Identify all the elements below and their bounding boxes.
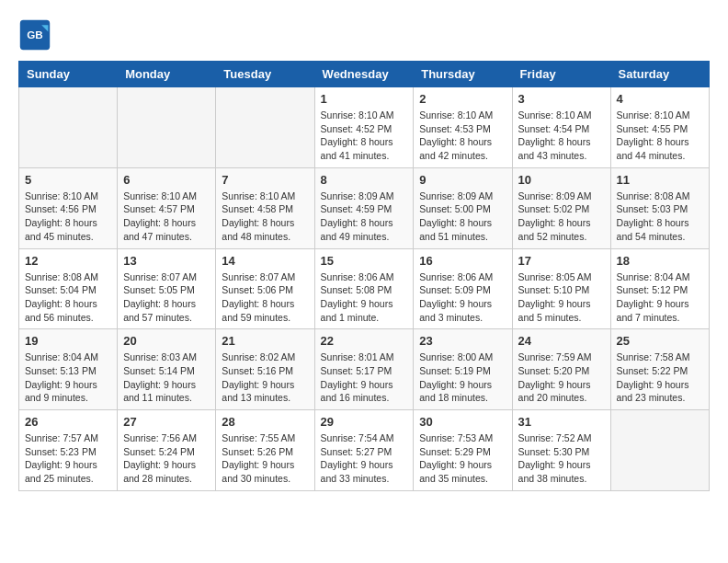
calendar-header-tuesday: Tuesday [216, 62, 314, 87]
day-number: 17 [518, 254, 605, 268]
day-number: 9 [419, 173, 506, 187]
day-number: 15 [321, 254, 408, 268]
day-info: Sunrise: 8:09 AM Sunset: 5:00 PM Dayligh… [419, 190, 506, 244]
calendar-week-2: 5Sunrise: 8:10 AM Sunset: 4:56 PM Daylig… [19, 167, 710, 248]
day-info: Sunrise: 8:09 AM Sunset: 5:02 PM Dayligh… [518, 190, 605, 244]
day-number: 18 [617, 254, 703, 268]
day-info: Sunrise: 8:10 AM Sunset: 4:56 PM Dayligh… [25, 190, 111, 244]
calendar-week-3: 12Sunrise: 8:08 AM Sunset: 5:04 PM Dayli… [19, 248, 710, 329]
day-number: 4 [617, 92, 703, 106]
calendar-cell: 28Sunrise: 7:55 AM Sunset: 5:26 PM Dayli… [216, 410, 314, 491]
day-info: Sunrise: 8:08 AM Sunset: 5:03 PM Dayligh… [617, 190, 703, 244]
calendar-cell: 19Sunrise: 8:04 AM Sunset: 5:13 PM Dayli… [19, 329, 118, 410]
calendar-cell: 24Sunrise: 7:59 AM Sunset: 5:20 PM Dayli… [512, 329, 610, 410]
day-info: Sunrise: 8:10 AM Sunset: 4:57 PM Dayligh… [123, 190, 210, 244]
day-number: 5 [25, 173, 111, 187]
day-number: 19 [25, 334, 111, 348]
day-number: 23 [419, 334, 506, 348]
calendar-cell: 13Sunrise: 8:07 AM Sunset: 5:05 PM Dayli… [118, 248, 216, 329]
day-info: Sunrise: 8:05 AM Sunset: 5:10 PM Dayligh… [518, 270, 605, 325]
day-info: Sunrise: 8:10 AM Sunset: 4:52 PM Dayligh… [321, 109, 408, 163]
calendar-week-5: 26Sunrise: 7:57 AM Sunset: 5:23 PM Dayli… [19, 410, 710, 491]
calendar-cell: 30Sunrise: 7:53 AM Sunset: 5:29 PM Dayli… [414, 410, 512, 491]
calendar-header-row: SundayMondayTuesdayWednesdayThursdayFrid… [19, 62, 710, 87]
day-number: 13 [123, 254, 210, 268]
calendar-cell [216, 87, 314, 168]
calendar-cell: 17Sunrise: 8:05 AM Sunset: 5:10 PM Dayli… [512, 248, 610, 329]
calendar-cell [118, 87, 216, 168]
day-info: Sunrise: 7:54 AM Sunset: 5:27 PM Dayligh… [321, 431, 408, 486]
day-number: 7 [222, 173, 308, 187]
calendar-cell: 6Sunrise: 8:10 AM Sunset: 4:57 PM Daylig… [118, 167, 216, 248]
day-number: 14 [222, 254, 308, 268]
day-number: 8 [321, 173, 408, 187]
calendar-cell: 29Sunrise: 7:54 AM Sunset: 5:27 PM Dayli… [314, 410, 414, 491]
calendar-cell [610, 410, 709, 491]
calendar-cell: 26Sunrise: 7:57 AM Sunset: 5:23 PM Dayli… [19, 410, 118, 491]
calendar-header-wednesday: Wednesday [314, 62, 414, 87]
day-info: Sunrise: 7:55 AM Sunset: 5:26 PM Dayligh… [222, 431, 308, 486]
day-number: 16 [419, 254, 506, 268]
calendar-cell: 16Sunrise: 8:06 AM Sunset: 5:09 PM Dayli… [414, 248, 512, 329]
day-info: Sunrise: 7:58 AM Sunset: 5:22 PM Dayligh… [617, 350, 703, 405]
day-number: 3 [518, 92, 605, 106]
calendar-week-1: 1Sunrise: 8:10 AM Sunset: 4:52 PM Daylig… [19, 87, 710, 168]
day-info: Sunrise: 8:04 AM Sunset: 5:12 PM Dayligh… [617, 270, 703, 325]
calendar-cell [19, 87, 118, 168]
calendar-cell: 21Sunrise: 8:02 AM Sunset: 5:16 PM Dayli… [216, 329, 314, 410]
day-number: 11 [617, 173, 703, 187]
page-header: GB [18, 18, 710, 52]
day-info: Sunrise: 8:06 AM Sunset: 5:09 PM Dayligh… [419, 270, 506, 325]
calendar: SundayMondayTuesdayWednesdayThursdayFrid… [18, 61, 710, 491]
day-number: 24 [518, 334, 605, 348]
svg-text:GB: GB [27, 29, 43, 40]
day-info: Sunrise: 7:52 AM Sunset: 5:30 PM Dayligh… [518, 431, 605, 486]
calendar-header-friday: Friday [512, 62, 610, 87]
day-info: Sunrise: 8:00 AM Sunset: 5:19 PM Dayligh… [419, 350, 506, 405]
day-info: Sunrise: 8:07 AM Sunset: 5:05 PM Dayligh… [123, 270, 210, 325]
day-info: Sunrise: 7:56 AM Sunset: 5:24 PM Dayligh… [123, 431, 210, 486]
calendar-cell: 23Sunrise: 8:00 AM Sunset: 5:19 PM Dayli… [414, 329, 512, 410]
day-number: 2 [419, 92, 506, 106]
day-info: Sunrise: 8:03 AM Sunset: 5:14 PM Dayligh… [123, 350, 210, 405]
day-info: Sunrise: 7:57 AM Sunset: 5:23 PM Dayligh… [25, 431, 111, 486]
day-number: 25 [617, 334, 703, 348]
day-info: Sunrise: 8:10 AM Sunset: 4:58 PM Dayligh… [222, 190, 308, 244]
calendar-cell: 8Sunrise: 8:09 AM Sunset: 4:59 PM Daylig… [314, 167, 414, 248]
day-number: 29 [321, 415, 408, 429]
calendar-header-saturday: Saturday [610, 62, 709, 87]
day-info: Sunrise: 8:07 AM Sunset: 5:06 PM Dayligh… [222, 270, 308, 325]
day-info: Sunrise: 8:10 AM Sunset: 4:54 PM Dayligh… [518, 109, 605, 163]
day-number: 12 [25, 254, 111, 268]
calendar-cell: 20Sunrise: 8:03 AM Sunset: 5:14 PM Dayli… [118, 329, 216, 410]
calendar-cell: 11Sunrise: 8:08 AM Sunset: 5:03 PM Dayli… [610, 167, 709, 248]
calendar-cell: 10Sunrise: 8:09 AM Sunset: 5:02 PM Dayli… [512, 167, 610, 248]
day-number: 20 [123, 334, 210, 348]
day-number: 1 [321, 92, 408, 106]
calendar-cell: 25Sunrise: 7:58 AM Sunset: 5:22 PM Dayli… [610, 329, 709, 410]
day-number: 21 [222, 334, 308, 348]
calendar-cell: 31Sunrise: 7:52 AM Sunset: 5:30 PM Dayli… [512, 410, 610, 491]
calendar-cell: 5Sunrise: 8:10 AM Sunset: 4:56 PM Daylig… [19, 167, 118, 248]
day-info: Sunrise: 8:02 AM Sunset: 5:16 PM Dayligh… [222, 350, 308, 405]
calendar-header-monday: Monday [118, 62, 216, 87]
calendar-cell: 12Sunrise: 8:08 AM Sunset: 5:04 PM Dayli… [19, 248, 118, 329]
logo: GB [18, 18, 55, 52]
day-info: Sunrise: 8:10 AM Sunset: 4:53 PM Dayligh… [419, 109, 506, 163]
day-number: 27 [123, 415, 210, 429]
day-info: Sunrise: 8:04 AM Sunset: 5:13 PM Dayligh… [25, 350, 111, 405]
calendar-cell: 1Sunrise: 8:10 AM Sunset: 4:52 PM Daylig… [314, 87, 414, 168]
calendar-cell: 9Sunrise: 8:09 AM Sunset: 5:00 PM Daylig… [414, 167, 512, 248]
day-number: 31 [518, 415, 605, 429]
calendar-cell: 4Sunrise: 8:10 AM Sunset: 4:55 PM Daylig… [610, 87, 709, 168]
day-number: 22 [321, 334, 408, 348]
calendar-cell: 27Sunrise: 7:56 AM Sunset: 5:24 PM Dayli… [118, 410, 216, 491]
calendar-cell: 15Sunrise: 8:06 AM Sunset: 5:08 PM Dayli… [314, 248, 414, 329]
calendar-cell: 22Sunrise: 8:01 AM Sunset: 5:17 PM Dayli… [314, 329, 414, 410]
logo-icon: GB [18, 18, 51, 52]
calendar-cell: 7Sunrise: 8:10 AM Sunset: 4:58 PM Daylig… [216, 167, 314, 248]
day-number: 26 [25, 415, 111, 429]
day-info: Sunrise: 7:59 AM Sunset: 5:20 PM Dayligh… [518, 350, 605, 405]
day-number: 30 [419, 415, 506, 429]
day-info: Sunrise: 8:10 AM Sunset: 4:55 PM Dayligh… [617, 109, 703, 163]
